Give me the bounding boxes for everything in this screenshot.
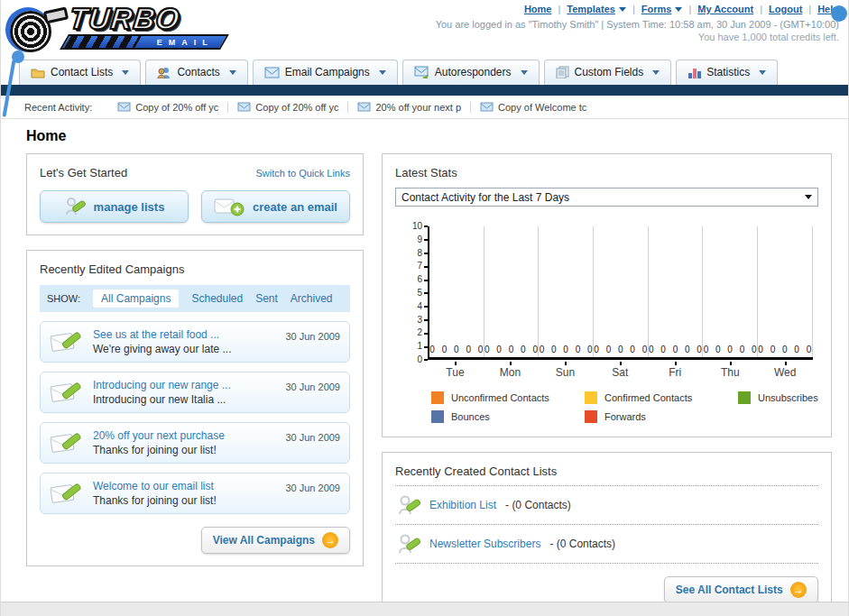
legend-item: Unsubscribes: [738, 391, 818, 404]
tab-statistics[interactable]: Statistics: [676, 60, 778, 85]
chart-legend: Unconfirmed ContactsConfirmed ContactsUn…: [431, 391, 818, 423]
campaign-subject: We're giving away our late ...: [93, 343, 285, 355]
person-pencil-icon: [64, 196, 86, 217]
person-pencil-icon: [397, 532, 420, 556]
chart-y-tick: 7: [404, 262, 428, 271]
top-link-logout[interactable]: Logout: [769, 4, 802, 14]
help-bubble-icon[interactable]: [831, 5, 847, 22]
chart-day-group: 0 0 0 0 0: [594, 226, 649, 357]
legend-label: Unconfirmed Contacts: [451, 392, 549, 403]
envelope-pencil-icon: [50, 379, 84, 406]
tab-custom-fields[interactable]: Custom Fields: [544, 60, 672, 85]
tab-label: Statistics: [706, 66, 750, 78]
campaign-link[interactable]: Welcome to our email list: [93, 480, 285, 492]
login-status-text: You are logged in as "Timothy Smith" | S…: [436, 19, 839, 30]
chart-day-group: 0 0 0 0 0: [703, 226, 758, 357]
contact-list-link[interactable]: Exhibition List: [429, 499, 496, 511]
chart-x-label: Tue: [428, 362, 483, 379]
tab-label: Contact Lists: [51, 66, 113, 78]
contact-lists-title: Recently Created Contact Lists: [395, 464, 818, 478]
footer-bar: [1, 602, 848, 616]
campaign-card: See us at the retail food ... We're givi…: [40, 321, 350, 363]
top-link-forms[interactable]: Forms: [641, 4, 672, 14]
chart-day-group: 0 0 0 0 0: [758, 226, 813, 357]
stats-dropdown[interactable]: Contact Activity for the Last 7 Days: [395, 188, 818, 207]
chart-day-group: 0 0 0 0 0: [539, 226, 594, 357]
contact-activity-chart: 109876543210 0 0 0 0 00 0 0 0 00 0 0 0 0…: [404, 226, 813, 379]
chart-day-group: 0 0 0 0 0: [429, 226, 484, 357]
chart-zero-values: 0 0 0 0 0: [429, 345, 484, 354]
campaign-link[interactable]: 20% off your next purchase: [93, 429, 285, 442]
chevron-down-icon: [122, 70, 129, 75]
recent-activity-item[interactable]: Copy of 20% off yc: [108, 102, 228, 113]
campaign-card: 20% off your next purchase Thanks for jo…: [40, 422, 350, 464]
chevron-down-icon: [652, 70, 660, 75]
campaigns-panel: Recently Edited Campaigns SHOW: All Camp…: [26, 250, 364, 566]
legend-label: Unsubscribes: [758, 392, 818, 403]
view-all-campaigns-button[interactable]: View All Campaigns →: [201, 527, 350, 554]
tab-contact-lists[interactable]: Contact Lists: [19, 60, 141, 85]
envelope-pencil-icon: [50, 328, 84, 355]
campaign-subject: Thanks for joining our list!: [93, 494, 285, 507]
legend-label: Forwards: [604, 411, 646, 422]
filter-all-campaigns[interactable]: All Campaigns: [93, 290, 179, 308]
legend-item: Unconfirmed Contacts: [431, 391, 585, 404]
see-all-contact-lists-button[interactable]: See All Contact Lists →: [664, 576, 818, 603]
app-logo: TURBO EMAIL: [10, 4, 235, 54]
filter-sent[interactable]: Sent: [255, 292, 278, 305]
create-email-button[interactable]: create an email: [201, 190, 350, 223]
campaign-date: 30 Jun 2009: [285, 331, 340, 342]
chart-x-label: Mon: [483, 362, 538, 379]
chart-x-label: Fri: [648, 362, 703, 379]
recent-activity-text: Copy of 20% off yc: [135, 102, 218, 113]
campaign-link[interactable]: See us at the retail food ...: [93, 328, 285, 341]
left-column: Let's Get Started Switch to Quick Links …: [26, 153, 364, 581]
chart-y-axis: 109876543210: [404, 226, 428, 379]
chart-y-tick: 3: [404, 316, 428, 325]
tab-contacts[interactable]: Contacts: [145, 60, 247, 85]
envelope-icon: [264, 67, 280, 78]
page-title: Home: [26, 128, 848, 144]
chart-plot-area: 0 0 0 0 00 0 0 0 00 0 0 0 00 0 0 0 00 0 …: [428, 226, 813, 360]
top-link-my-account[interactable]: My Account: [697, 4, 753, 14]
view-all-campaigns-label: View All Campaigns: [213, 534, 315, 547]
campaign-date: 30 Jun 2009: [285, 432, 340, 443]
contact-list-row: Newsletter Subscribers - (0 Contacts): [395, 525, 818, 564]
manage-lists-button[interactable]: manage lists: [40, 190, 189, 223]
filter-scheduled[interactable]: Scheduled: [191, 292, 243, 305]
chevron-down-icon: [805, 195, 812, 199]
envelope-icon: [357, 102, 371, 112]
chart-y-tick: 4: [404, 302, 428, 311]
tab-email-campaigns[interactable]: Email Campaigns: [253, 60, 398, 85]
chart-y-tick: 5: [404, 289, 428, 298]
filter-archived[interactable]: Archived: [291, 292, 333, 305]
latest-stats-panel: Latest Stats Contact Activity for the La…: [382, 153, 832, 437]
chart-day-group: 0 0 0 0 0: [649, 226, 704, 357]
recent-activity-item[interactable]: 20% off your next p: [348, 102, 471, 113]
top-nav: Home Templates Forms My Account Logout H…: [436, 4, 839, 14]
chevron-down-icon: [521, 70, 528, 75]
chevron-down-icon: [379, 70, 386, 75]
chart-zero-values: 0 0 0 0 0: [539, 345, 593, 354]
legend-label: Bounces: [451, 411, 490, 422]
chart-x-label: Sat: [593, 362, 648, 379]
see-all-contact-lists-label: See All Contact Lists: [676, 584, 783, 596]
folder-icon: [31, 67, 45, 78]
envelope-pencil-icon: [50, 429, 84, 456]
logo-subtitle: EMAIL: [157, 38, 214, 47]
envelope-pencil-icon: [50, 480, 84, 507]
campaign-link[interactable]: Introducing our new range ...: [93, 379, 285, 391]
header-right: Home Templates Forms My Account Logout H…: [436, 4, 839, 42]
recent-activity-item[interactable]: Copy of Welcome tc: [471, 102, 595, 113]
chevron-down-icon: [229, 70, 236, 75]
legend-swatch: [585, 391, 597, 404]
person-pencil-icon: [397, 493, 420, 517]
contact-list-link[interactable]: Newsletter Subscribers: [429, 538, 540, 550]
top-link-templates[interactable]: Templates: [567, 4, 615, 14]
tab-autoresponders[interactable]: Autoresponders: [402, 60, 540, 85]
recent-activity-item[interactable]: Copy of 20% off yc: [228, 102, 348, 113]
top-link-home[interactable]: Home: [524, 4, 552, 14]
switch-quick-links-link[interactable]: Switch to Quick Links: [255, 168, 350, 179]
chart-y-tick: 8: [404, 249, 428, 258]
recent-activity-bar: Recent Activity: Copy of 20% off yc Copy…: [1, 96, 848, 119]
